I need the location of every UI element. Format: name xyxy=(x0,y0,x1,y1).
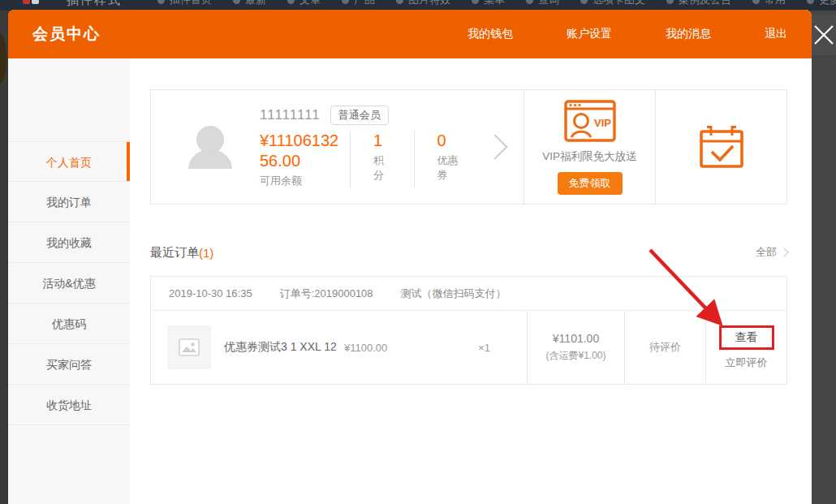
stat-balance[interactable]: ¥1110613256.00 可用余额 xyxy=(260,131,351,188)
background-logo xyxy=(23,0,39,4)
order-product-cell: 优惠券测试3 1 XXL 12 ¥1100.00 ×1 xyxy=(151,311,527,384)
product-thumbnail[interactable] xyxy=(167,325,211,369)
profile-cards-row: 11111111 普通会员 ¥1110613256.00 可用余额 1 积分 xyxy=(150,89,787,205)
modal-header: 会员中心 我的钱包 账户设置 我的消息 退出 xyxy=(8,10,812,58)
calendar-check-icon xyxy=(698,124,745,170)
background-tab: 更多 xyxy=(807,0,836,7)
circle-icon xyxy=(666,0,674,4)
order-date: 2019-10-30 16:35 xyxy=(169,287,252,299)
shipping-fee-note: (含运费¥1.00) xyxy=(545,349,605,363)
background-tab: 文章 xyxy=(287,0,321,7)
circle-icon xyxy=(526,0,533,4)
free-claim-button[interactable]: 免费领取 xyxy=(558,172,623,195)
recent-orders-count: (1) xyxy=(199,246,213,260)
recent-orders-header: 最近订单 (1) 全部 xyxy=(150,243,787,261)
circle-icon xyxy=(472,0,479,4)
circle-icon xyxy=(807,0,814,4)
product-name[interactable]: 优惠券测试3 1 XXL 12 xyxy=(224,340,344,355)
circle-icon xyxy=(233,0,240,4)
background-left-edge xyxy=(0,11,8,504)
nav-my-messages[interactable]: 我的消息 xyxy=(666,27,711,41)
points-label: 积分 xyxy=(373,153,391,183)
order-item-row: 优惠券测试3 1 XXL 12 ¥1100.00 ×1 ¥1101.00 (含运… xyxy=(151,311,786,384)
balance-value: ¥1110613256.00 xyxy=(260,131,341,171)
sidebar-item-my-orders[interactable]: 我的订单 xyxy=(8,182,130,222)
member-level-badge: 普通会员 xyxy=(330,106,389,125)
background-decoration xyxy=(0,33,6,84)
sidebar-item-activities-discounts[interactable]: 活动&优惠 xyxy=(8,263,130,304)
background-tab: 产品 xyxy=(342,0,375,7)
svg-text:VIP: VIP xyxy=(594,117,611,129)
background-tab: 插件样式 xyxy=(67,0,122,8)
review-now-link[interactable]: 立即评价 xyxy=(726,355,768,370)
background-right-edge xyxy=(812,11,836,504)
circle-icon xyxy=(396,0,403,4)
product-quantity: ×1 xyxy=(442,342,527,354)
circle-icon xyxy=(157,0,165,4)
coupons-value: 0 xyxy=(437,131,463,151)
vip-promo-text: VIP福利限免大放送 xyxy=(542,149,636,164)
balance-label: 可用余额 xyxy=(260,174,338,188)
background-tab: 最新 xyxy=(233,0,266,7)
user-profile-card: 11111111 普通会员 ¥1110613256.00 可用余额 1 积分 xyxy=(151,90,524,204)
background-tab: 插件首页 xyxy=(157,0,212,7)
order-payment-note: 测试（微信扫码支付） xyxy=(401,286,506,301)
nav-logout[interactable]: 退出 xyxy=(765,27,787,41)
nav-account-settings[interactable]: 账户设置 xyxy=(567,27,612,41)
stat-points[interactable]: 1 积分 xyxy=(351,131,415,188)
sidebar-item-shipping-address[interactable]: 收货地址 xyxy=(8,385,130,425)
order-number: 订单号:2019000108 xyxy=(280,286,373,301)
sidebar-item-my-favorites[interactable]: 我的收藏 xyxy=(8,222,130,263)
chevron-right-icon[interactable] xyxy=(482,134,507,159)
signin-calendar-card[interactable] xyxy=(656,90,786,204)
vip-promo-card: VIP VIP福利限免大放送 免费领取 xyxy=(524,90,656,204)
background-tab: 图片特效 xyxy=(396,0,450,7)
view-order-button[interactable]: 查看 xyxy=(719,325,774,350)
sidebar-item-coupon-code[interactable]: 优惠码 xyxy=(8,304,130,344)
header-nav: 我的钱包 账户设置 我的消息 退出 xyxy=(468,27,787,41)
page-title: 会员中心 xyxy=(32,24,101,45)
username: 11111111 xyxy=(260,107,321,123)
coupons-label: 优惠券 xyxy=(437,153,463,183)
recent-orders-title: 最近订单 xyxy=(150,245,199,261)
sidebar-item-personal-home[interactable]: 个人首页 xyxy=(8,141,130,182)
member-center-modal: 会员中心 我的钱包 账户设置 我的消息 退出 个人首页 我的订单 我的收藏 活动… xyxy=(8,10,812,504)
account-stats: ¥1110613256.00 可用余额 1 积分 0 优惠券 xyxy=(260,131,486,188)
circle-icon xyxy=(580,0,588,4)
circle-icon xyxy=(287,0,295,4)
sidebar-item-buyer-qa[interactable]: 买家问答 xyxy=(8,344,130,385)
sidebar: 个人首页 我的订单 我的收藏 活动&优惠 优惠码 买家问答 收货地址 xyxy=(8,58,130,504)
main-content: 11111111 普通会员 ¥1110613256.00 可用余额 1 积分 xyxy=(130,58,812,504)
vip-window-icon: VIP xyxy=(564,100,616,142)
avatar xyxy=(182,118,239,175)
product-unit-price: ¥1100.00 xyxy=(344,342,442,354)
stat-coupons[interactable]: 0 优惠券 xyxy=(415,131,486,188)
background-tab: 选项卡图文 xyxy=(580,0,645,7)
close-button[interactable] xyxy=(812,15,836,55)
view-all-orders-link[interactable]: 全部 xyxy=(756,245,787,260)
order-total-amount: ¥1101.00 xyxy=(553,332,599,345)
order-meta-row: 2019-10-30 16:35 订单号:2019000108 测试（微信扫码支… xyxy=(151,277,786,311)
order-total-cell: ¥1101.00 (含运费¥1.00) xyxy=(527,311,624,384)
image-placeholder-icon xyxy=(179,338,200,356)
user-info: 11111111 普通会员 ¥1110613256.00 可用余额 1 积分 xyxy=(260,106,486,188)
circle-icon xyxy=(342,0,349,4)
order-card: 2019-10-30 16:35 订单号:2019000108 测试（微信扫码支… xyxy=(150,276,787,385)
modal-body: 个人首页 我的订单 我的收藏 活动&优惠 优惠码 买家问答 收货地址 11111… xyxy=(8,58,812,504)
chevron-right-icon xyxy=(779,248,788,256)
background-tab: 查询 xyxy=(526,0,559,7)
circle-icon xyxy=(752,0,760,4)
nav-my-wallet[interactable]: 我的钱包 xyxy=(468,27,513,41)
order-actions-cell: 查看 立即评价 xyxy=(705,311,786,384)
points-value: 1 xyxy=(373,131,391,151)
close-icon xyxy=(812,24,835,46)
background-tab: 菜单 xyxy=(472,0,505,7)
background-tab: 案例及公告 xyxy=(666,0,731,7)
screen: { "background": { "top_tabs": ["插件样式", "… xyxy=(0,0,836,504)
background-tab: 常用 xyxy=(752,0,786,7)
order-status-cell: 待评价 xyxy=(624,311,705,384)
order-status: 待评价 xyxy=(649,340,681,355)
